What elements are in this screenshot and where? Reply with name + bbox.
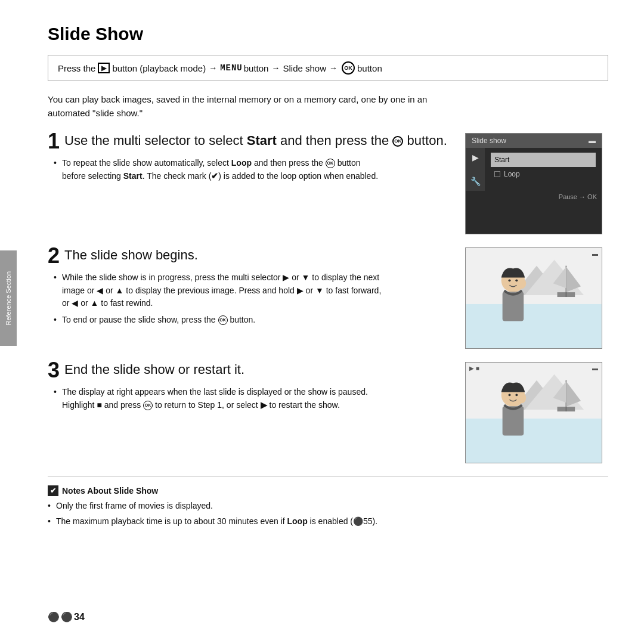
camera-ui-body: ▶ 🔧 Start Loop bbox=[466, 148, 602, 191]
nav-slide-show: Slide show bbox=[283, 63, 326, 73]
nav-arrow2: → bbox=[271, 63, 280, 73]
step-1-right: Slide show ▬ ▶ 🔧 Start Loop bbox=[465, 133, 608, 234]
menu-loop: Loop bbox=[491, 167, 596, 181]
ok-circle-step2: OK bbox=[218, 315, 228, 325]
camera-ui-header: Slide show ▬ bbox=[466, 134, 602, 148]
menu-label: MENU bbox=[220, 63, 243, 73]
notes-list: Only the first frame of movies is displa… bbox=[48, 500, 608, 528]
illustration-step2 bbox=[466, 248, 602, 348]
step-1-heading: 1 Use the multi selector to select Start… bbox=[48, 133, 453, 152]
step-3-right: ▶ ■ ▬ bbox=[465, 362, 608, 463]
loop-label: Loop bbox=[504, 170, 520, 178]
step-1-bullet-1: To repeat the slide show automatically, … bbox=[54, 157, 382, 182]
svg-point-12 bbox=[518, 278, 526, 289]
image-mockup-step3: ▶ ■ ▬ bbox=[465, 362, 602, 463]
step-1-title-end: and then press the bbox=[280, 133, 389, 148]
ok-circle-step3: OK bbox=[143, 401, 153, 410]
svg-point-23 bbox=[509, 394, 511, 396]
nav-text3: button bbox=[357, 63, 382, 73]
step-3-bullet-1: The display at right appears when the la… bbox=[54, 386, 382, 411]
svg-point-24 bbox=[515, 394, 518, 396]
wrench-icon: 🔧 bbox=[470, 177, 481, 186]
page-title: Slide Show bbox=[48, 24, 608, 44]
play-icon: ▶ bbox=[472, 153, 479, 162]
step-3-body: The display at right appears when the la… bbox=[48, 386, 382, 411]
nav-text1: button (playback mode) bbox=[112, 63, 206, 73]
svg-rect-22 bbox=[503, 406, 524, 435]
illustration-step3 bbox=[466, 363, 602, 463]
step-3-title: End the slide show or restart it. bbox=[64, 362, 244, 377]
side-tab-label: Reference Section bbox=[5, 271, 12, 326]
svg-point-10 bbox=[509, 279, 511, 281]
step-1-num: 1 bbox=[48, 131, 60, 152]
step-2-row: 2 The slide show begins. While the slide… bbox=[48, 247, 608, 349]
nav-prefix: Press the bbox=[58, 63, 95, 73]
step-2-title: The slide show begins. bbox=[64, 247, 198, 263]
step-1-left: 1 Use the multi selector to select Start… bbox=[48, 133, 453, 186]
page-footer: ⚫ ⚫ 34 bbox=[48, 611, 85, 623]
ok-circle-step1: OK bbox=[392, 136, 403, 147]
camera-ui-step1: Slide show ▬ ▶ 🔧 Start Loop bbox=[465, 133, 602, 234]
divider bbox=[48, 476, 608, 477]
intro-text: You can play back images, saved in the i… bbox=[48, 93, 453, 120]
nav-arrow3: → bbox=[329, 63, 338, 73]
notes-title: Notes About Slide Show bbox=[62, 486, 158, 496]
nav-arrow1: → bbox=[209, 63, 217, 73]
menu-start: Start bbox=[491, 153, 596, 167]
camera-ui-content: Start Loop bbox=[485, 148, 602, 191]
camera-ui-sidebar: ▶ 🔧 bbox=[466, 148, 485, 191]
check-icon: ✔ bbox=[48, 485, 58, 496]
step-2-bullet-1: While the slide show is in progress, pre… bbox=[54, 271, 382, 310]
loop-checkbox bbox=[494, 171, 500, 177]
ok-circle-small: OK bbox=[326, 159, 335, 168]
image-mockup-step2: ▬ bbox=[465, 247, 602, 349]
step-3-heading: 3 End the slide show or restart it. bbox=[48, 362, 453, 381]
notes-item-1: Only the first frame of movies is displa… bbox=[48, 500, 608, 513]
img-controls-step3: ▶ ■ bbox=[469, 365, 479, 371]
step-2-left: 2 The slide show begins. While the slide… bbox=[48, 247, 453, 330]
step-1-title: Use the multi selector to select Start a… bbox=[64, 133, 447, 148]
nav-box: Press the ▶ button (playback mode) → MEN… bbox=[48, 55, 608, 81]
notes-section: ✔ Notes About Slide Show Only the first … bbox=[48, 485, 608, 528]
svg-point-25 bbox=[518, 392, 526, 403]
svg-point-11 bbox=[515, 279, 518, 281]
step-3-left: 3 End the slide show or restart it. The … bbox=[48, 362, 453, 415]
footer-icon: ⚫ bbox=[48, 611, 60, 623]
step-3-num: 3 bbox=[48, 360, 60, 381]
camera-ui-header-icon: ▬ bbox=[589, 137, 596, 145]
img-header-step2: ▬ bbox=[592, 250, 598, 257]
step-2-body: While the slide show is in progress, pre… bbox=[48, 271, 382, 327]
camera-ui-title: Slide show bbox=[472, 137, 506, 145]
camera-ui-footer: Pause → OK bbox=[466, 191, 602, 203]
page: Reference Section Slide Show Press the ▶… bbox=[0, 0, 644, 644]
svg-rect-3 bbox=[466, 304, 601, 348]
playback-icon: ▶ bbox=[98, 63, 110, 73]
footer-page: 34 bbox=[74, 612, 85, 623]
step-2-right: ▬ bbox=[465, 247, 608, 349]
step-1-row: 1 Use the multi selector to select Start… bbox=[48, 133, 608, 234]
step-2-bullet-2: To end or pause the slide show, press th… bbox=[54, 314, 382, 327]
step-2-num: 2 bbox=[48, 245, 60, 267]
step-2-heading: 2 The slide show begins. bbox=[48, 247, 453, 267]
step-1-title-prefix: Use the multi selector to select bbox=[64, 133, 243, 148]
ok-icon-nav: OK bbox=[342, 61, 355, 75]
play-control: ▶ ■ bbox=[469, 365, 479, 371]
nav-text2: button bbox=[244, 63, 269, 73]
notes-heading: ✔ Notes About Slide Show bbox=[48, 485, 608, 496]
footer-icon2: ⚫ bbox=[61, 611, 73, 623]
step-1-title-suffix: button. bbox=[407, 133, 447, 148]
svg-rect-9 bbox=[503, 292, 524, 321]
img-header-step3: ▬ bbox=[592, 365, 598, 371]
svg-rect-16 bbox=[466, 419, 601, 463]
step-3-row: 3 End the slide show or restart it. The … bbox=[48, 362, 608, 463]
notes-item-2: The maximum playback time is up to about… bbox=[48, 515, 608, 528]
side-tab: Reference Section bbox=[0, 250, 17, 346]
step-1-body: To repeat the slide show automatically, … bbox=[48, 157, 382, 182]
step-1-title-bold: Start bbox=[247, 133, 277, 148]
